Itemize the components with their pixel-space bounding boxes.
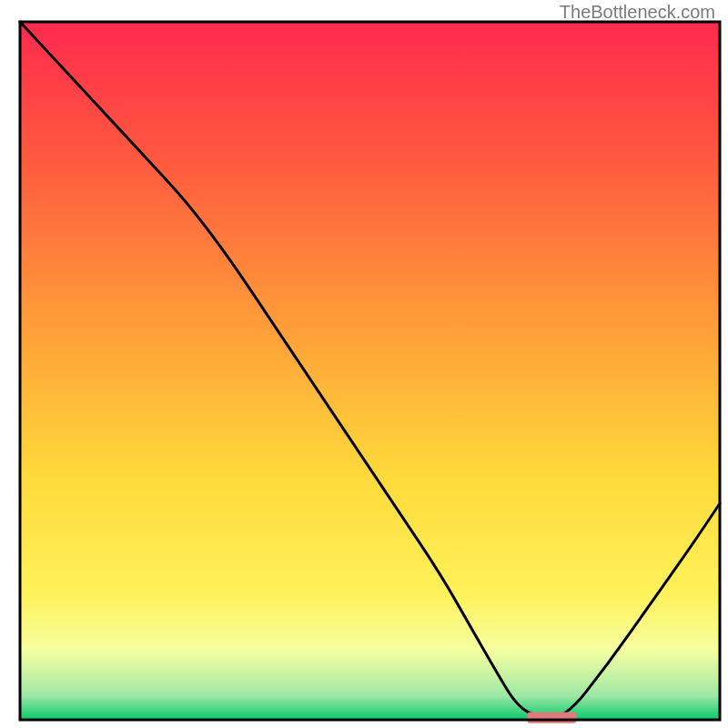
plot-background (20, 22, 720, 720)
watermark-text: TheBottleneck.com (560, 2, 715, 23)
chart-container: TheBottleneck.com (0, 0, 728, 728)
bottleneck-chart (0, 0, 728, 728)
optimal-point-marker (528, 713, 577, 723)
